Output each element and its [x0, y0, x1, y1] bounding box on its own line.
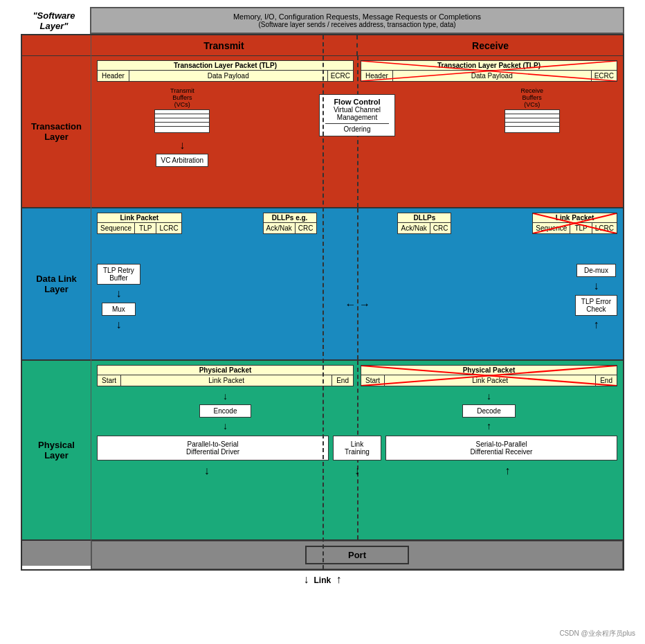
link-arrows-left: ↓ — [303, 573, 309, 585]
software-title-line1: Memory, I/O, Configuration Requests, Mes… — [98, 12, 616, 21]
receive-buffers: ReceiveBuffers(VCs) — [505, 87, 560, 137]
physical-packet-rx: Physical Packet Start Link Packet End — [361, 365, 617, 386]
link-arrows-right: ↑ — [336, 573, 342, 585]
port-box: Port — [305, 546, 409, 564]
data-link-layer-label: Data LinkLayer — [22, 208, 91, 361]
encode-box: Encode — [199, 404, 252, 418]
parallel-to-serial-box: Parallel-to-SerialDifferential Driver — [97, 436, 329, 460]
vc-arbitration-box: VC Arbitration — [156, 154, 208, 167]
mux-box: Mux — [102, 303, 136, 316]
software-layer-label: "Software Layer" — [21, 7, 90, 34]
physical-layer-label: PhysicalLayer — [22, 361, 91, 541]
flow-control-box: Flow Control Virtual ChannelManagement O… — [319, 94, 395, 136]
tlp-tx-packet: Transaction Layer Packet (TLP) Header Da… — [97, 60, 354, 82]
port-row: Port — [91, 541, 623, 569]
watermark: CSDN @业余程序员plus — [559, 629, 635, 638]
link-packet-tx: Link Packet Sequence TLP LCRC — [97, 213, 182, 234]
physical-packet-tx: Physical Packet Start Link Packet End — [97, 365, 354, 386]
link-packet-rx: Link Packet Sequence TLP LCRC — [532, 213, 617, 234]
tlp-retry-buffer-box: TLP RetryBuffer — [97, 264, 140, 285]
transmit-header: Transmit — [91, 35, 358, 55]
transaction-layer-content: Transaction Layer Packet (TLP) Header Da… — [91, 56, 623, 208]
data-link-layer-content: Link Packet Sequence TLP LCRC DLLPs e.g.… — [91, 208, 623, 361]
decode-box: Decode — [462, 404, 515, 418]
link-label: Link — [314, 575, 334, 585]
dllps-rx-packet: DLLPs Ack/Nak CRC — [397, 213, 451, 234]
transmit-buffers: TransmitBuffers(VCs) — [154, 87, 210, 137]
link-training-box: LinkTraining — [333, 436, 381, 460]
dllps-eg-packet: DLLPs e.g. Ack/Nak CRC — [263, 213, 317, 234]
transaction-layer-label: TransactionLayer — [22, 56, 91, 208]
de-mux-box: De-mux — [576, 264, 616, 277]
receive-header: Receive — [358, 35, 623, 55]
tlp-error-check-box: TLP ErrorCheck — [575, 295, 617, 316]
serial-to-parallel-box: Serial-to-ParallelDifferential Receiver — [385, 436, 617, 460]
software-title-line2: (Software layer sends / receives address… — [98, 21, 616, 28]
tlp-rx-packet: Transaction Layer Packet (TLP) Header Da… — [361, 60, 617, 82]
physical-layer-content: Physical Packet Start Link Packet End Ph… — [91, 361, 623, 541]
